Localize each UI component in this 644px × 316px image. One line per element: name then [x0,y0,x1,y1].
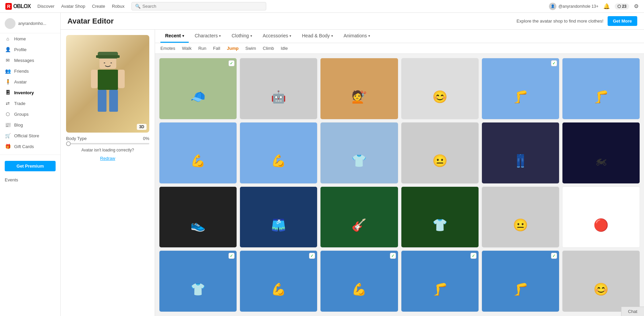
nav-links: Discover Avatar Shop Create Robux [37,4,125,9]
sub-tab-emotes[interactable]: Emotes [160,45,175,51]
search-bar[interactable]: 🔍 [131,2,266,10]
tab-head-body[interactable]: Head & Body ▾ [297,30,338,43]
item-image: 😊 [401,58,479,119]
tab-clothing[interactable]: Clothing ▾ [227,30,256,43]
item-card-item-8[interactable]: 💪 Man Right Arm [240,122,317,184]
search-input[interactable] [143,4,263,9]
item-card-item-2[interactable]: 🤖 ROBLOX Boy [240,58,317,119]
sub-tab-run[interactable]: Run [198,45,206,51]
robux-count: 23 [622,4,626,9]
item-card-item-4[interactable]: 😊 Smile [401,58,479,119]
item-image: 🤖 [240,58,317,119]
get-premium-button[interactable]: Get Premium [5,161,56,171]
username-display: @anyrandomhole 13+ [558,4,599,9]
item-image: 🔴 [562,187,640,248]
item-card-item-7[interactable]: 💪 Man Left Arm [159,122,237,184]
item-card-item-12[interactable]: 🏍 Blue and Black Motorcycle [562,122,640,184]
roblox-logo[interactable]: R OBLOX [5,3,31,10]
item-image: 🦵 [482,58,559,119]
sidebar-item-inventory[interactable]: 🗄 Inventory [0,87,60,98]
home-icon: ⌂ [5,36,11,41]
sub-tab-walk[interactable]: Walk [182,45,191,51]
item-image: 💪 [240,251,317,312]
sidebar-item-messages[interactable]: ✉ Messages [0,55,60,66]
avatar-panel: 3D Body Type 0% Avatar isn't loading cor… [61,30,155,316]
item-image: 🏍 [562,122,640,184]
item-card-item-9[interactable]: 👕 Man Torso [320,122,398,184]
robux-badge[interactable]: ⬡ 23 [615,3,629,9]
sub-tab-fall[interactable]: Fall [213,45,220,51]
sidebar-item-friends[interactable]: 👥 Friends [0,66,60,76]
avatar-icon: 🧍 [5,79,11,84]
body-type-slider[interactable] [66,143,149,144]
item-image: 👕 [320,122,398,184]
sub-tab-jump[interactable]: Jump [227,45,239,51]
item-card-item-16[interactable]: 👕 Green Jersey [401,186,479,248]
redraw-button[interactable]: Redraw [66,156,149,161]
item-card-item-21[interactable]: ✓ 💪 ROBLOX Boy Left Arm [320,250,398,312]
item-card-item-15[interactable]: 🎸 Guitar Tee with Black [320,186,398,248]
tab-accessories[interactable]: Accessories ▾ [258,30,296,43]
item-card-item-3[interactable]: 💇 Pal Hair [320,58,398,119]
sub-tab-climb[interactable]: Climb [263,45,274,51]
svg-rect-8 [98,90,106,112]
user-info[interactable]: 👤 @anyrandomhole 13+ [549,3,599,10]
item-card-item-10[interactable]: 😐 Man Head [401,122,479,184]
item-checkmark: ✓ [390,253,396,259]
notification-icon[interactable]: 🔔 [603,3,610,9]
sidebar-item-profile[interactable]: 👤 Profile [0,44,60,55]
item-card-item-18[interactable]: 🔴 Bloxxer [562,186,640,248]
item-card-item-5[interactable]: ✓ 🦵 Man Right Leg [482,58,559,119]
sidebar-item-official-store[interactable]: 🛒 Official Store [0,130,60,141]
sidebar-item-home[interactable]: ⌂ Home [0,33,60,44]
sidebar-username: anyrandomho... [18,21,46,26]
svg-rect-9 [109,90,118,112]
item-card-item-19[interactable]: ✓ 👕 ROBLOX Boy Torso [159,250,237,312]
item-card-item-20[interactable]: ✓ 💪 ROBLOX Boy Right Arm [240,250,317,312]
sidebar-user[interactable]: anyrandomho... [0,15,60,33]
chat-button[interactable]: Chat [621,307,644,316]
item-image: 🦵 [562,58,640,119]
robux-link[interactable]: Robux [112,4,125,9]
sidebar-item-groups[interactable]: ⬡ Groups [0,109,60,119]
discover-link[interactable]: Discover [37,4,55,9]
avatar-preview: 3D [66,35,149,133]
inventory-icon: 🗄 [5,90,11,95]
body-type-handle[interactable] [66,141,71,146]
sub-tab-idle[interactable]: Idle [281,45,288,51]
item-image: 👟 [159,187,237,248]
sidebar-item-blog[interactable]: 📰 Blog [0,119,60,130]
promo-text: Explore the avatar shop to find more clo… [517,19,604,24]
sidebar-label-inventory: Inventory [14,90,34,95]
settings-icon[interactable]: ⚙ [634,3,639,9]
accessories-arrow-icon: ▾ [289,34,291,38]
item-card-item-24[interactable]: 😊 Trim [562,250,640,312]
robux-icon: ⬡ [617,4,621,9]
item-card-item-22[interactable]: ✓ 🦵 ROBLOX Boy Right Leg [401,250,479,312]
item-card-item-1[interactable]: ✓ 🧢 Verified, Bonafide, [159,58,237,119]
item-card-item-11[interactable]: 👖 Dark Green Jeans [482,122,559,184]
item-image: 😐 [482,187,559,248]
item-card-item-14[interactable]: 🩳 Jean Shorts with White [240,186,317,248]
messages-icon: ✉ [5,58,11,63]
item-card-item-13[interactable]: 👟 Black Jeans with Sneakers [159,186,237,248]
sidebar-label-avatar: Avatar [14,79,27,84]
sidebar-item-avatar[interactable]: 🧍 Avatar [0,76,60,87]
tab-recent[interactable]: Recent ▾ [160,30,189,43]
sidebar-item-gift-cards[interactable]: 🎁 Gift Cards [0,141,60,152]
get-more-button[interactable]: Get More [608,16,637,26]
sidebar-item-trade[interactable]: ⇄ Trade [0,98,60,109]
item-card-item-23[interactable]: ✓ 🦵 ROBLOX Boy Left Leg [482,250,559,312]
item-image: 🦵 [482,251,559,312]
sidebar-item-events[interactable]: Events [0,175,60,185]
tab-characters[interactable]: Characters ▾ [190,30,225,43]
avatar-shop-link[interactable]: Avatar Shop [61,4,85,9]
sub-tab-swim[interactable]: Swim [245,45,256,51]
create-link[interactable]: Create [92,4,105,9]
item-image: 👕 [159,251,237,312]
item-card-item-17[interactable]: 😐 Blockhead [482,186,559,248]
item-card-item-6[interactable]: 🦵 Man Left Leg [562,58,640,119]
item-image: 💪 [240,122,317,184]
item-image: 💇 [320,58,398,119]
tab-animations[interactable]: Animations ▾ [339,30,375,43]
